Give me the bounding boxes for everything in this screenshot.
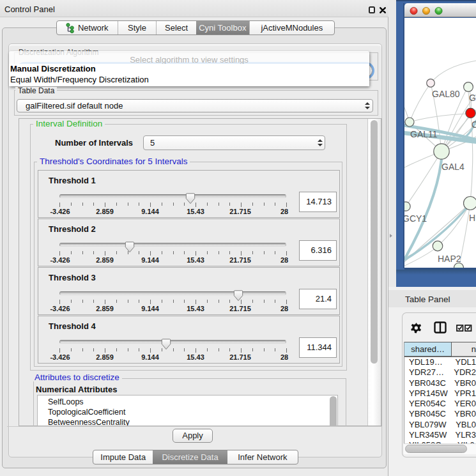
svg-text:GCY1: GCY1 <box>404 213 427 224</box>
svg-text:HAP2: HAP2 <box>438 254 461 264</box>
svg-text:GAL11: GAL11 <box>410 129 438 139</box>
svg-text:GAL4: GAL4 <box>441 162 464 172</box>
svg-text:C: C <box>472 119 476 130</box>
svg-text:H: H <box>469 213 475 223</box>
svg-text:GAL80: GAL80 <box>432 89 460 99</box>
svg-text:G.: G. <box>469 93 476 103</box>
